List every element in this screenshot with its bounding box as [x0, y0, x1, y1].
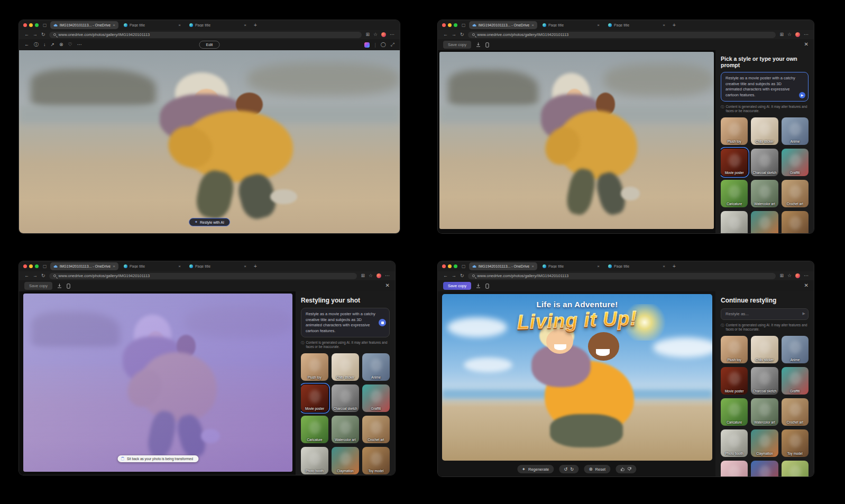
tab-page-title-1[interactable]: Page title × — [539, 21, 603, 29]
style-tile-toy-model[interactable]: Toy model — [782, 211, 809, 233]
minimize-window-button[interactable] — [448, 23, 452, 27]
favorites-icon[interactable]: ☆ — [373, 32, 378, 37]
refresh-icon[interactable]: ↻ — [460, 273, 464, 278]
style-tile-chibi-sticker[interactable]: Chibi sticker — [332, 353, 359, 381]
close-tab-icon[interactable]: × — [244, 23, 246, 28]
tab-page-title-1[interactable]: Page title × — [121, 21, 184, 29]
back-icon[interactable]: ← — [443, 273, 448, 278]
favorite-icon[interactable]: ♡ — [68, 42, 72, 47]
maximize-window-button[interactable] — [454, 23, 457, 27]
browser-menu-icon[interactable]: ⋯ — [390, 32, 394, 37]
style-tile-charcoal-sketch[interactable]: Charcoal sketch — [751, 367, 778, 395]
style-tile-graffiti[interactable]: Graffiti — [782, 149, 809, 176]
style-tile-crochet-art[interactable]: Crochet art — [362, 416, 390, 443]
reset-button[interactable]: ⊗ Reset — [584, 465, 610, 473]
tab-onedrive[interactable]: IMG19420101113... - OneDrive × — [469, 21, 537, 29]
close-tab-icon[interactable]: × — [178, 264, 181, 269]
save-copy-button[interactable]: Save copy — [443, 282, 471, 290]
style-tile-charcoal-sketch[interactable]: Charcoal sketch — [332, 384, 359, 412]
redo-icon[interactable]: ↻ — [570, 467, 574, 472]
stop-generating-button[interactable] — [379, 319, 386, 326]
style-tile-caricature[interactable]: Caricature — [301, 416, 328, 443]
minimize-window-button[interactable] — [29, 264, 33, 268]
tab-overview-icon[interactable]: ▢ — [43, 23, 47, 28]
close-window-button[interactable] — [23, 264, 27, 268]
style-tile-photo-booth[interactable]: Photo booth — [301, 447, 328, 474]
restyle-prompt-input[interactable] — [721, 308, 809, 320]
prompt-textarea[interactable]: Restyle as a movie poster with a catchy … — [301, 308, 390, 337]
tab-page-title-2[interactable]: Page title × — [186, 21, 250, 29]
download-icon[interactable] — [476, 283, 481, 288]
thumbs-down-icon[interactable] — [627, 467, 631, 471]
style-tile-plush-toy[interactable]: Plush toy — [721, 336, 748, 363]
close-panel-icon[interactable]: ✕ — [804, 282, 809, 288]
style-tile-cherry-blossoms[interactable]: Cherry blossoms — [721, 461, 748, 476]
new-tab-button[interactable]: + — [254, 263, 257, 269]
fullscreen-icon[interactable]: ⤢ — [391, 42, 394, 47]
style-tile-claymation[interactable]: Claymation — [332, 447, 359, 474]
close-window-button[interactable] — [23, 23, 27, 27]
tab-overview-icon[interactable]: ▢ — [462, 23, 466, 28]
profile-avatar[interactable] — [795, 273, 800, 278]
split-screen-icon[interactable]: ⊞ — [365, 32, 370, 37]
tab-overview-icon[interactable]: ▢ — [462, 264, 466, 269]
close-tab-icon[interactable]: × — [597, 264, 600, 269]
style-tile-crochet-art[interactable]: Crochet art — [782, 180, 809, 207]
split-screen-icon[interactable]: ⊞ — [361, 273, 365, 278]
back-to-gallery-icon[interactable]: ← — [24, 42, 29, 47]
new-tab-button[interactable]: + — [254, 22, 257, 28]
favorites-icon[interactable]: ☆ — [787, 32, 792, 37]
style-tile-claymation[interactable]: Claymation — [751, 429, 778, 457]
minimize-window-button[interactable] — [29, 23, 33, 27]
refresh-icon[interactable]: ↻ — [41, 273, 45, 278]
share-icon[interactable]: ↗ — [51, 42, 55, 47]
tab-onedrive[interactable]: IMG19420101113... - OneDrive × — [469, 262, 537, 270]
tab-page-title-1[interactable]: Page title × — [539, 262, 603, 270]
favorites-icon[interactable]: ☆ — [787, 273, 792, 278]
style-tile-watercolor-art[interactable]: Watercolor art — [332, 416, 359, 443]
close-tab-icon[interactable]: × — [113, 23, 115, 28]
forward-icon[interactable]: → — [33, 32, 38, 37]
back-icon[interactable]: ← — [443, 32, 448, 37]
send-prompt-button[interactable]: ▶ — [799, 92, 805, 98]
style-tile-anime[interactable]: Anime — [362, 353, 390, 381]
tab-page-title-2[interactable]: Page title × — [605, 21, 668, 29]
new-tab-button[interactable]: + — [673, 22, 676, 28]
address-bar[interactable]: www.onedrive.com/photos/gallery/IMG19420… — [468, 273, 776, 279]
tab-onedrive[interactable]: IMG19420101113... - OneDrive × — [50, 262, 118, 270]
style-tile-watercolor-art[interactable]: Watercolor art — [751, 180, 778, 207]
download-icon[interactable]: ↓ — [43, 42, 46, 47]
style-tile-plush-toy[interactable]: Plush toy — [301, 353, 328, 381]
mobile-device-icon[interactable] — [485, 283, 489, 289]
style-tile-storybook[interactable]: Storybook — [782, 461, 809, 476]
info-icon[interactable]: ⓘ — [34, 42, 39, 47]
mobile-device-icon[interactable] — [485, 42, 489, 48]
style-tile-photo-booth[interactable]: Photo booth — [721, 211, 748, 233]
favorites-icon[interactable]: ☆ — [369, 273, 373, 278]
undo-icon[interactable]: ↺ — [564, 467, 567, 472]
style-tile-chibi-sticker[interactable]: Chibi sticker — [751, 336, 778, 363]
save-copy-button[interactable]: Save copy — [443, 41, 471, 49]
prompt-textarea[interactable]: Restyle as a movie poster with a catchy … — [721, 72, 809, 102]
forward-icon[interactable]: → — [452, 32, 456, 37]
split-screen-icon[interactable]: ⊞ — [779, 32, 784, 37]
browser-menu-icon[interactable]: ⋯ — [804, 273, 809, 278]
forward-icon[interactable]: → — [452, 273, 456, 278]
edit-button[interactable]: Edit — [199, 41, 220, 49]
download-icon[interactable] — [57, 283, 62, 288]
close-tab-icon[interactable]: × — [663, 23, 665, 28]
style-tile-anime[interactable]: Anime — [782, 117, 809, 145]
refresh-icon[interactable]: ↻ — [41, 32, 45, 37]
style-tile-claymation[interactable]: Claymation — [751, 211, 778, 233]
style-tile-movie-poster[interactable]: Movie poster — [721, 149, 748, 176]
close-panel-icon[interactable]: ✕ — [385, 282, 390, 288]
close-tab-icon[interactable]: × — [178, 23, 181, 28]
new-tab-button[interactable]: + — [673, 263, 676, 269]
send-prompt-icon[interactable]: ▶ — [803, 311, 805, 316]
address-bar[interactable]: www.onedrive.com/photos/gallery/IMG19420… — [468, 32, 776, 38]
address-bar[interactable]: www.onedrive.com/photos/gallery/IMG19420… — [49, 273, 357, 279]
more-options-icon[interactable]: ⋯ — [77, 42, 82, 47]
style-tile-anime[interactable]: Anime — [782, 336, 809, 363]
style-tile-watercolor-art[interactable]: Watercolor art — [751, 398, 778, 426]
style-tile-movie-poster[interactable]: Movie poster — [301, 384, 328, 412]
